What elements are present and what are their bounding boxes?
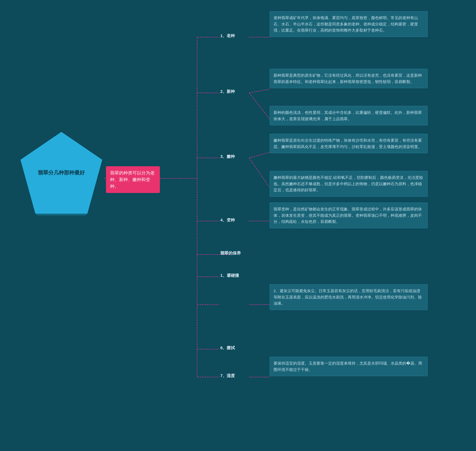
- text-box-nenzhong-2: 嫩种翡翠的最大缺憾是颜色不稳定,硅和氧不足，切割磨制后，颜色极易变淡，光洁度较低…: [270, 171, 428, 197]
- diamond-shape: 翡翠分几种那种最好: [17, 130, 106, 215]
- center-bubble: 翡翠的种类可以分为老种、新种、嫩种和变种。: [106, 166, 160, 193]
- node-label-bianzhong: 4、变种: [220, 217, 235, 223]
- node-label-xinzhong: 2、新种: [220, 89, 235, 94]
- diamond-label: 翡翠分几种那种最好: [32, 169, 91, 176]
- text-box-laozhong: 老种翡翠成矿年代早，块体饱满、雾层均匀，底章致密，颜色鲜明。常见的老种有山石、水…: [270, 11, 428, 37]
- node-label-shidu: 7、湿度: [220, 373, 235, 379]
- center-bubble-text: 翡翠的种类可以分为老种、新种、嫩种和变种。: [110, 170, 155, 189]
- svg-line-9: [249, 152, 270, 158]
- svg-marker-21: [35, 214, 87, 215]
- text-box-bianzhong: 翡翠变种，是自然矿物都会发生的正常现象。翡翠形成过程中，许多应该形成翡翠的块体，…: [270, 202, 428, 228]
- text-box-xinzhong-1: 新种翡翠是典型的原生矿物，它没有经过风化，所以没有皮壳，也没有雾层，这是新种翡翠…: [270, 69, 428, 88]
- text-box-shidu: 要保持适宜的湿度。玉质要靠一定的湿度来维持，尤其是水胆玛瑙、水晶类的�器。周围环…: [270, 357, 428, 376]
- mind-map-container: 翡翠分几种那种最好 翡翠的种类可以分为老种、新种、嫩种和变种。 1、老种 2、新…: [0, 0, 476, 451]
- svg-line-10: [249, 158, 270, 188]
- text-box-xinzhong-2: 新种的颜色浅淡，色性显弱，其成分中含铝多，比重偏轻，硬度偏软。此外，新种翡翠块体…: [270, 106, 428, 125]
- node-label-bicao: 1、避碰撞: [220, 273, 239, 278]
- svg-line-7: [249, 93, 270, 119]
- text-box-nenzhong-1: 嫩种翡翠是原生向次生过渡的特殊产物，块体有沙壳和水壳，有些有雾层，有些没有雾层。…: [270, 134, 428, 153]
- node-label-cabi: 6、擦拭: [220, 345, 235, 351]
- node-label-laozhong: 1、老种: [220, 33, 235, 39]
- node-label-nenzhong: 3、嫩种: [220, 154, 235, 159]
- svg-line-6: [249, 89, 270, 93]
- text-box-bihuichen: 2、避灰尘可能避免灰尘。日常玉器若有灰尘的话，宜用软毛刷清洁，若有污垢或油渍等附…: [270, 284, 428, 310]
- node-label-baoyang: 翡翠的保养: [220, 251, 241, 256]
